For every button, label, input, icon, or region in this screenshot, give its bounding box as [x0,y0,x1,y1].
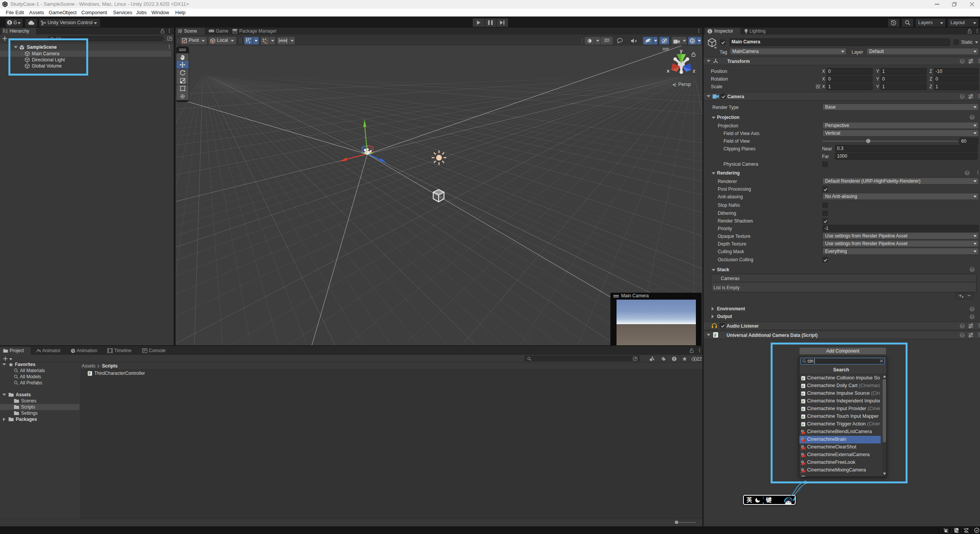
svg-text:#: # [714,333,717,338]
svg-text:Y: Y [248,41,251,44]
svg-text:x: x [667,68,670,74]
svg-text:#: # [89,371,91,376]
svg-text:y: y [680,48,683,54]
svg-text:z: z [693,68,696,74]
